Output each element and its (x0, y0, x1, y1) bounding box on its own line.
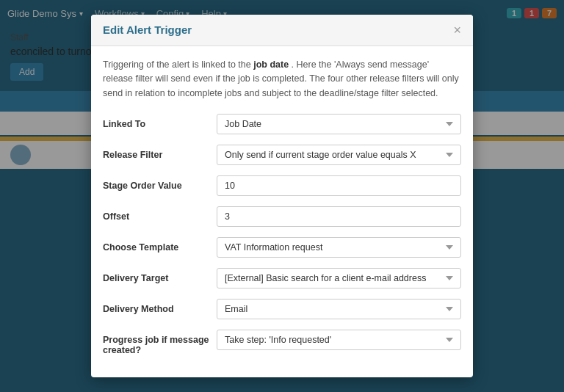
field-offset: Offset (103, 206, 461, 227)
field-stage-order-value: Stage Order Value (103, 175, 461, 196)
label-delivery-method: Delivery Method (103, 299, 217, 314)
control-stage-order-value (217, 175, 461, 196)
label-choose-template: Choose Template (103, 237, 217, 253)
select-delivery-method[interactable]: Email (217, 299, 461, 319)
field-delivery-target: Delivery Target [External] Basic search … (103, 268, 461, 288)
field-release-filter: Release Filter Only send if current stag… (103, 145, 461, 165)
label-progress-job: Progress job if message created? (103, 330, 217, 355)
label-offset: Offset (103, 206, 217, 222)
label-linked-to: Linked To (103, 114, 217, 129)
modal-body: Triggering of the alert is linked to the… (91, 46, 473, 377)
field-delivery-method: Delivery Method Email (103, 299, 461, 319)
control-choose-template: VAT Information request (217, 237, 461, 258)
label-release-filter: Release Filter (103, 145, 217, 160)
input-stage-order-value[interactable] (217, 175, 461, 196)
field-linked-to: Linked To Job Date (103, 114, 461, 134)
modal-close-button[interactable]: × (453, 23, 461, 37)
select-delivery-target[interactable]: [External] Basic search for a client e-m… (217, 268, 461, 288)
field-progress-job: Progress job if message created? Take st… (103, 330, 461, 355)
select-choose-template[interactable]: VAT Information request (217, 237, 461, 258)
modal-description: Triggering of the alert is linked to the… (103, 58, 461, 101)
field-choose-template: Choose Template VAT Information request (103, 237, 461, 258)
control-progress-job: Take step: 'Info requested' (217, 330, 461, 350)
description-prefix: Triggering of the alert is linked to the (103, 59, 253, 70)
label-stage-order-value: Stage Order Value (103, 175, 217, 191)
select-progress-job[interactable]: Take step: 'Info requested' (217, 330, 461, 350)
modal-overlay: Edit Alert Trigger × Triggering of the a… (0, 0, 564, 392)
modal-title: Edit Alert Trigger (103, 23, 192, 36)
control-offset (217, 206, 461, 227)
control-linked-to: Job Date (217, 114, 461, 134)
control-release-filter: Only send if current stage order value e… (217, 145, 461, 165)
modal-header: Edit Alert Trigger × (91, 15, 473, 46)
control-delivery-target: [External] Basic search for a client e-m… (217, 268, 461, 288)
modal: Edit Alert Trigger × Triggering of the a… (91, 15, 473, 377)
select-release-filter[interactable]: Only send if current stage order value e… (217, 145, 461, 165)
input-offset[interactable] (217, 206, 461, 227)
label-delivery-target: Delivery Target (103, 268, 217, 283)
control-delivery-method: Email (217, 299, 461, 319)
select-linked-to[interactable]: Job Date (217, 114, 461, 134)
description-bold: job date (253, 59, 289, 70)
